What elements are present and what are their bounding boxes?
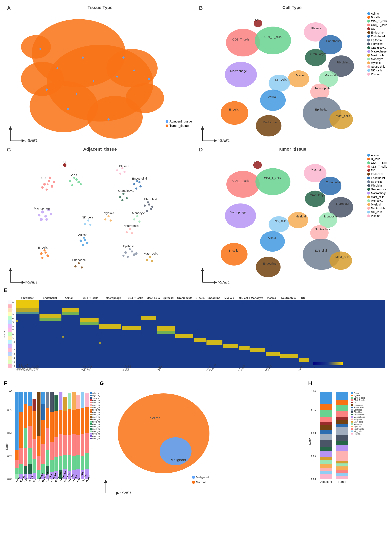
svg-rect-526 bbox=[351, 392, 353, 394]
svg-rect-203 bbox=[8, 320, 11, 324]
svg-rect-265 bbox=[194, 338, 206, 342]
svg-point-68 bbox=[41, 186, 44, 189]
svg-rect-497 bbox=[320, 440, 332, 447]
svg-rect-390 bbox=[72, 434, 76, 456]
svg-text:Granulocyte: Granulocyte bbox=[118, 189, 134, 192]
svg-text:AdjNorm_TISSUE_3: AdjNorm_TISSUE_3 bbox=[92, 397, 100, 399]
svg-text:CD4_T_cells: CD4_T_cells bbox=[354, 397, 365, 399]
svg-text:Neutrophils: Neutrophils bbox=[315, 228, 330, 231]
svg-text:t-SNE1: t-SNE1 bbox=[217, 280, 230, 284]
label-d: D bbox=[199, 147, 203, 153]
svg-point-130 bbox=[82, 244, 84, 246]
svg-point-75 bbox=[75, 178, 78, 181]
svg-rect-427 bbox=[90, 395, 92, 396]
svg-text:Monocyte: Monocyte bbox=[251, 296, 263, 300]
svg-rect-365 bbox=[50, 442, 54, 460]
svg-rect-425 bbox=[90, 392, 92, 394]
svg-rect-530 bbox=[351, 397, 353, 399]
svg-text:Myeloid: Myeloid bbox=[104, 211, 114, 215]
svg-text:15: 15 bbox=[12, 361, 15, 363]
svg-rect-268 bbox=[239, 346, 250, 350]
svg-point-42 bbox=[288, 70, 309, 88]
svg-point-161 bbox=[255, 168, 290, 195]
svg-text:Acinar: Acinar bbox=[78, 233, 87, 236]
svg-text:1: 1 bbox=[12, 305, 14, 307]
tsne-c-svg: CD8 CD4 DC Plasma bbox=[4, 153, 196, 292]
svg-point-108 bbox=[129, 228, 131, 230]
svg-rect-499 bbox=[320, 451, 332, 457]
svg-text:0.00: 0.00 bbox=[7, 478, 12, 480]
svg-text:NK_cells: NK_cells bbox=[275, 78, 287, 81]
svg-point-123 bbox=[45, 218, 48, 221]
title-a: Tissue Type bbox=[88, 5, 112, 10]
svg-point-183 bbox=[260, 231, 285, 252]
svg-rect-373 bbox=[59, 392, 62, 410]
svg-text:Ratio: Ratio bbox=[308, 438, 312, 445]
svg-text:0.75: 0.75 bbox=[7, 409, 12, 411]
legend-tumor-dot bbox=[166, 124, 168, 127]
svg-rect-518 bbox=[336, 461, 348, 463]
svg-point-13 bbox=[133, 70, 135, 71]
svg-rect-380 bbox=[63, 435, 67, 455]
main-container: A Tissue Type bbox=[0, 0, 392, 504]
svg-rect-517 bbox=[336, 451, 348, 461]
svg-rect-358 bbox=[46, 408, 49, 428]
svg-rect-253 bbox=[40, 314, 61, 318]
svg-text:Myeloid: Myeloid bbox=[354, 426, 361, 428]
svg-point-187 bbox=[221, 243, 247, 266]
svg-point-81 bbox=[119, 173, 121, 175]
svg-rect-400 bbox=[81, 434, 84, 456]
svg-rect-200 bbox=[8, 309, 11, 312]
svg-rect-379 bbox=[63, 411, 67, 435]
svg-rect-393 bbox=[76, 395, 80, 409]
svg-rect-330 bbox=[24, 392, 27, 404]
title-b: Cell Type bbox=[282, 5, 302, 10]
svg-text:PDAC_TISSUE_7: PDAC_TISSUE_7 bbox=[92, 433, 100, 435]
svg-point-111 bbox=[104, 219, 107, 221]
svg-text:Granulocyte: Granulocyte bbox=[177, 296, 192, 300]
svg-rect-370 bbox=[54, 437, 58, 457]
svg-text:Epithelial: Epithelial bbox=[354, 409, 362, 411]
svg-text:Myeloid: Myeloid bbox=[224, 296, 234, 300]
svg-point-152 bbox=[149, 256, 151, 258]
svg-text:Endothelial: Endothelial bbox=[326, 39, 341, 43]
svg-point-5 bbox=[106, 49, 158, 88]
svg-rect-489 bbox=[320, 392, 332, 404]
svg-text:Neutrophils: Neutrophils bbox=[354, 428, 364, 430]
svg-point-107 bbox=[126, 231, 128, 233]
legend-b-epithelial: Epithelial bbox=[367, 39, 387, 42]
svg-point-115 bbox=[84, 223, 86, 225]
svg-text:10: 10 bbox=[12, 341, 15, 343]
svg-point-148 bbox=[78, 262, 80, 264]
svg-point-119 bbox=[41, 210, 44, 213]
svg-point-137 bbox=[131, 250, 133, 253]
svg-point-95 bbox=[148, 203, 150, 206]
svg-point-12 bbox=[46, 88, 48, 90]
svg-text:B_cells: B_cells bbox=[229, 249, 238, 252]
svg-rect-548 bbox=[351, 419, 353, 420]
svg-point-74 bbox=[71, 184, 73, 187]
svg-text:Macrophage: Macrophage bbox=[230, 210, 246, 214]
svg-text:1: 1 bbox=[342, 366, 343, 369]
svg-text:13: 13 bbox=[12, 353, 15, 355]
svg-point-133 bbox=[124, 251, 127, 254]
svg-rect-322 bbox=[15, 460, 19, 468]
svg-text:3: 3 bbox=[12, 313, 14, 315]
svg-point-8 bbox=[82, 56, 84, 59]
svg-point-72 bbox=[73, 177, 76, 179]
svg-rect-254 bbox=[40, 318, 61, 321]
svg-text:Endothelial: Endothelial bbox=[354, 406, 363, 409]
svg-point-69 bbox=[47, 183, 49, 185]
svg-rect-399 bbox=[81, 408, 84, 434]
svg-rect-213 bbox=[8, 360, 11, 364]
svg-rect-538 bbox=[351, 407, 353, 408]
svg-text:9: 9 bbox=[12, 337, 14, 339]
svg-text:Mast_cells: Mast_cells bbox=[354, 421, 363, 423]
svg-rect-493 bbox=[320, 422, 332, 425]
svg-rect-521 bbox=[336, 470, 348, 473]
svg-rect-334 bbox=[24, 466, 27, 474]
svg-point-16 bbox=[76, 93, 77, 95]
svg-text:4: 4 bbox=[12, 317, 14, 320]
svg-rect-205 bbox=[8, 328, 11, 332]
svg-text:CD4_T_cells: CD4_T_cells bbox=[128, 296, 143, 300]
